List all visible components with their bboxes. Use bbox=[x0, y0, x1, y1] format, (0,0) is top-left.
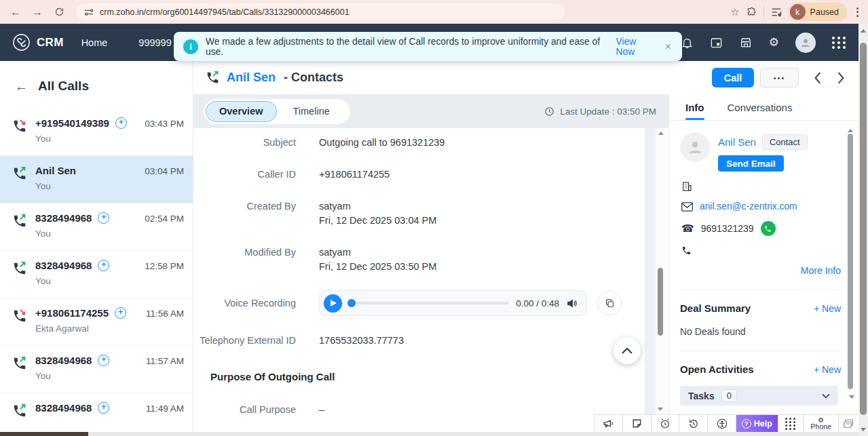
call-time: 11:49 AM bbox=[146, 403, 184, 414]
send-email-button[interactable]: Send Email bbox=[718, 155, 784, 172]
scroll-to-top-button[interactable] bbox=[614, 337, 641, 364]
reminders-alarm-icon[interactable] bbox=[651, 415, 679, 432]
clock-icon bbox=[544, 106, 554, 117]
contact-phone[interactable]: 9691321239 bbox=[701, 223, 754, 234]
tab-timeline[interactable]: Timeline bbox=[277, 106, 346, 117]
recent-history-icon[interactable] bbox=[679, 415, 707, 432]
nav-item-home[interactable]: Home bbox=[81, 37, 108, 48]
announcements-icon[interactable] bbox=[594, 415, 622, 432]
window-scrollbar[interactable] bbox=[858, 24, 868, 436]
browser-menu-icon[interactable] bbox=[854, 7, 861, 17]
notifications-bell-icon[interactable] bbox=[681, 36, 694, 49]
outgoing-call-icon bbox=[12, 166, 27, 181]
back-arrow-icon[interactable]: ← bbox=[15, 80, 28, 93]
address-bar[interactable]: crm.zoho.in/crm/org60014497945/tab/Calls… bbox=[76, 3, 565, 20]
scrollbar-thumb[interactable] bbox=[860, 43, 867, 415]
created-by-value: satyam Fri, 12 Dec 2025 03:04 PM bbox=[319, 199, 436, 228]
content-gutter bbox=[645, 128, 656, 415]
call-list-item-selected[interactable]: Anil Sen 03:04 PM You bbox=[0, 156, 193, 203]
sidebar-title: All Calls bbox=[38, 79, 89, 94]
add-contact-icon[interactable]: + bbox=[98, 212, 109, 224]
feedback-note-icon[interactable] bbox=[622, 415, 651, 432]
scrollbar-thumb[interactable] bbox=[848, 134, 853, 389]
call-number: +918061174255 bbox=[35, 307, 109, 319]
tab-conversations[interactable]: Conversations bbox=[728, 102, 793, 113]
user-avatar[interactable] bbox=[795, 33, 816, 53]
forward-icon[interactable]: → bbox=[29, 3, 46, 21]
seek-bar[interactable] bbox=[349, 302, 509, 304]
new-activity-link[interactable]: + New bbox=[814, 364, 841, 375]
call-time: 12:58 PM bbox=[145, 261, 184, 271]
panel-scrollbar[interactable] bbox=[847, 125, 854, 408]
section-title: Purpose Of Outgoing Call bbox=[193, 371, 645, 382]
back-icon[interactable]: ← bbox=[7, 3, 24, 21]
call-detail-card: Subject Outgoing call to 9691321239 Call… bbox=[193, 128, 645, 415]
app-launcher-icon[interactable] bbox=[832, 37, 846, 49]
scrollbar-thumb[interactable] bbox=[0, 432, 88, 436]
next-record-icon[interactable] bbox=[837, 72, 845, 84]
outgoing-call-icon bbox=[12, 214, 27, 229]
close-icon[interactable]: × bbox=[664, 41, 673, 53]
contact-email-link[interactable]: anil.sen@c-zentrix.com bbox=[700, 201, 797, 212]
content-scrollbar[interactable] bbox=[656, 128, 666, 415]
missed-call-icon bbox=[12, 119, 27, 134]
marketplace-icon[interactable] bbox=[739, 36, 753, 49]
call-list-item[interactable]: +918061174255 + 11:56 AM Ekta Agarwal bbox=[0, 298, 193, 346]
contact-name-link[interactable]: Anil Sen bbox=[718, 136, 756, 148]
browser-toolbar: ← → crm.zoho.in/crm/org60014497945/tab/C… bbox=[0, 0, 868, 24]
add-contact-icon[interactable]: + bbox=[115, 117, 127, 129]
record-name[interactable]: Anil Sen bbox=[227, 71, 276, 84]
url-text[interactable]: crm.zoho.in/crm/org60014497945/tab/Calls… bbox=[100, 7, 350, 17]
new-deal-link[interactable]: + New bbox=[814, 303, 841, 314]
more-actions-button[interactable]: ••• bbox=[760, 68, 799, 87]
browser-profile[interactable]: k Paused bbox=[789, 3, 847, 21]
zoho-logo[interactable] bbox=[12, 33, 31, 52]
phone-settings-button[interactable]: ⚙ Phone bbox=[803, 415, 838, 432]
copy-recording-button[interactable] bbox=[597, 291, 622, 315]
view-now-link[interactable]: View Now bbox=[616, 37, 656, 57]
extensions-icon[interactable] bbox=[747, 7, 757, 17]
record-tabstrip: Overview Timeline Last Update : 03:50 PM bbox=[193, 94, 668, 128]
add-contact-icon[interactable]: + bbox=[98, 260, 109, 271]
horizontal-scrollbar[interactable] bbox=[0, 432, 858, 436]
nav-item-999999[interactable]: 999999 bbox=[138, 37, 171, 48]
click-to-call-button[interactable] bbox=[761, 221, 776, 236]
deal-summary-title: Deal Summary bbox=[680, 302, 751, 314]
previous-record-icon[interactable] bbox=[814, 72, 822, 84]
call-button[interactable]: Call bbox=[712, 68, 754, 87]
call-list-item[interactable]: +919540149389 + 03:43 PM You bbox=[0, 108, 193, 156]
reload-icon[interactable] bbox=[50, 3, 68, 21]
more-info-link[interactable]: More Info bbox=[680, 265, 841, 276]
play-button[interactable] bbox=[324, 294, 342, 313]
outgoing-call-icon bbox=[12, 403, 27, 418]
field-label: Call Purpose bbox=[193, 403, 319, 415]
add-contact-icon[interactable]: + bbox=[98, 402, 109, 414]
add-contact-icon[interactable]: + bbox=[115, 307, 126, 319]
scrollbar-thumb[interactable] bbox=[658, 268, 663, 336]
call-list-item[interactable]: 8328494968 + 11:49 AM bbox=[0, 393, 193, 432]
settings-gear-icon[interactable]: ⚙ bbox=[769, 37, 779, 48]
audio-player: 0.00 / 0:48 bbox=[319, 290, 587, 316]
open-activities-title: Open Activities bbox=[680, 363, 754, 375]
dialpad-icon[interactable] bbox=[778, 415, 804, 432]
volume-icon[interactable] bbox=[566, 298, 578, 309]
caller-id-value: +918061174255 bbox=[319, 167, 390, 182]
window-stack-icon[interactable] bbox=[838, 415, 858, 432]
call-purpose-value: – bbox=[319, 403, 324, 415]
bookmark-star-icon[interactable]: ☆ bbox=[730, 6, 739, 18]
call-list-item[interactable]: 8328494968 + 12:58 PM You bbox=[0, 251, 193, 298]
help-button[interactable]: ? Help bbox=[736, 415, 778, 432]
field-label: Voice Recording bbox=[193, 296, 319, 311]
calendar-icon[interactable] bbox=[710, 36, 723, 49]
call-list-item[interactable]: 8328494968 + 11:57 AM You bbox=[0, 346, 193, 393]
tab-list-icon[interactable] bbox=[771, 7, 782, 17]
missed-call-icon bbox=[12, 309, 27, 323]
accessibility-icon[interactable] bbox=[707, 415, 736, 432]
tasks-accordion[interactable]: Tasks 0 bbox=[680, 386, 838, 405]
tab-info[interactable]: Info bbox=[685, 94, 704, 120]
add-contact-icon[interactable]: + bbox=[98, 355, 109, 366]
call-list-item[interactable]: 8328494968 + 02:54 PM You bbox=[0, 203, 193, 251]
tab-overview[interactable]: Overview bbox=[206, 101, 277, 122]
contact-avatar bbox=[680, 132, 710, 162]
site-info-icon[interactable] bbox=[84, 7, 94, 17]
